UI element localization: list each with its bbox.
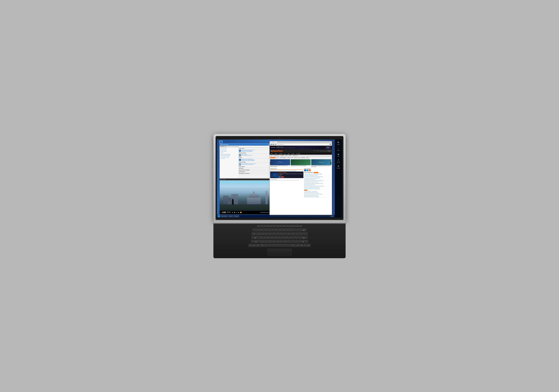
key-f[interactable]: F [270, 236, 274, 240]
player-fast-forward-button[interactable]: ⏩ [240, 212, 242, 213]
player-next-button[interactable]: ⏭ [238, 212, 240, 213]
system-name-link[interactable]: See the name of this computer · Device M… [242, 160, 255, 161]
key-j[interactable]: J [281, 236, 285, 240]
at-sub-guides[interactable]: Guides [306, 157, 309, 158]
at-carousel-next[interactable]: › [330, 162, 332, 164]
up-button[interactable]: ▲ [224, 146, 226, 147]
key-fn[interactable]: fn [249, 244, 252, 247]
start-button[interactable] [217, 215, 220, 217]
key-f2[interactable]: F2 [263, 225, 266, 228]
control-panel-titlebar[interactable]: System and Security ─ □ ✕ [220, 143, 273, 146]
key-v[interactable]: V [272, 240, 276, 244]
at-promo-newegg[interactable]: newegg [278, 177, 281, 178]
at-latest-9[interactable]: MacBook Pro Retina Display Analysis [304, 184, 331, 186]
key-esc[interactable]: esc [257, 225, 260, 228]
browser-forward-button[interactable]: ▶ [272, 144, 274, 145]
at-sub-chip[interactable]: Chip [298, 157, 300, 158]
sidebar-item-ease[interactable]: Ease of Access [220, 158, 238, 159]
at-nav-bench[interactable]: BENCH [291, 153, 295, 155]
key-f12[interactable]: F12 [296, 225, 299, 228]
charm-start[interactable]: ⊞ Start [335, 153, 341, 157]
corsair-banner[interactable]: CORSAIR Designed for control Ergonomics … [270, 146, 332, 149]
key-0[interactable]: 0 [290, 229, 293, 232]
firewall-allow-link[interactable]: Allow an app through Windows Firewall [242, 155, 252, 156]
nav-path[interactable]: Control Panel > System and Security [227, 146, 273, 147]
sidebar-item-hardware[interactable]: Hardware and Sound [220, 151, 238, 152]
key-arrow-left[interactable]: ◀ [300, 244, 303, 247]
at-sub-displays[interactable]: Displays [287, 157, 291, 158]
at-nav-galleries[interactable]: GALLERIES [295, 153, 301, 155]
key-5[interactable]: 5 [271, 229, 275, 232]
sidebar-item-system-security[interactable]: System and Security [220, 148, 238, 149]
at-sub-smartphones[interactable]: Smartphones [270, 157, 275, 158]
browser-settings-button[interactable]: ☰ [329, 144, 331, 145]
key-8[interactable]: 8 [282, 229, 286, 232]
key-caps[interactable]: caps [252, 236, 259, 240]
at-post-1[interactable]: AMD 2013 APUs To Include ARM Cortex-A5 P… [270, 170, 303, 171]
key-6[interactable]: 6 [275, 229, 278, 232]
key-2[interactable]: 2 [260, 229, 263, 232]
key-n[interactable]: N [280, 240, 283, 244]
key-space[interactable] [266, 244, 290, 247]
key-f7[interactable]: F7 [280, 225, 283, 228]
at-latest-10[interactable]: SSD and USB 3.0 Performance of the Retin… [304, 186, 331, 187]
key-slash[interactable]: / [295, 240, 298, 244]
key-backslash[interactable]: \ [302, 233, 307, 236]
key-minus[interactable]: - [294, 229, 297, 232]
key-p[interactable]: P [291, 233, 294, 236]
at-nav-news[interactable]: NEWS [287, 153, 291, 155]
at-latest-11[interactable]: More Retina Display MacBook Pro Handles … [304, 187, 331, 188]
key-f11[interactable]: F11 [293, 225, 296, 228]
charm-share[interactable]: ↑ Share [335, 147, 341, 151]
key-w[interactable]: W [261, 233, 264, 236]
at-nav-rss[interactable]: RSS [283, 153, 287, 155]
key-4[interactable]: 4 [268, 229, 271, 232]
charm-devices[interactable]: 📱 Devices [335, 159, 341, 163]
key-k[interactable]: K [285, 236, 289, 240]
at-latest-4[interactable]: Samsung Announces Full Slim - Programmab… [304, 178, 331, 179]
key-o[interactable]: O [287, 233, 290, 236]
key-d[interactable]: D [267, 236, 270, 240]
forward-button[interactable]: ▶ [222, 146, 224, 147]
key-u[interactable]: U [280, 233, 283, 236]
key-arrow-right[interactable]: ▶ [307, 244, 310, 247]
key-c[interactable]: C [269, 240, 272, 244]
taskbar-item-browser[interactable]: AnandTech [228, 215, 233, 217]
key-alt-left[interactable]: alt [256, 244, 260, 247]
key-alt-right[interactable]: alt [296, 244, 299, 247]
key-f1[interactable]: F1 [260, 225, 263, 228]
key-period[interactable]: . [291, 240, 294, 244]
key-7[interactable]: 7 [279, 229, 282, 232]
key-3[interactable]: 3 [264, 229, 267, 232]
at-latest-7[interactable]: Apply CrashPlan Cloud to Mac Pro Linux M… [304, 182, 331, 183]
at-search-input[interactable] [320, 150, 327, 152]
key-q[interactable]: Q [257, 233, 261, 236]
at-cat-gpus[interactable]: GPUs [285, 155, 288, 156]
at-latest-12[interactable]: New Discovery: Send error GF 2804 Contro… [304, 188, 331, 190]
key-ctrl[interactable]: ctrl [252, 244, 256, 247]
key-shift-right[interactable]: shift [298, 240, 308, 244]
at-nav-about[interactable]: ABOUT [274, 153, 278, 155]
key-1[interactable]: 1 [256, 229, 260, 232]
key-return[interactable]: return [300, 236, 307, 240]
at-facebook-icon[interactable]: f [304, 169, 306, 171]
at-latest-13[interactable]: U.S. Congressional FTC: "Stop Off Micros… [304, 191, 331, 192]
update-optional-link[interactable]: Install optional updates · View update h… [242, 164, 256, 165]
at-latest-6[interactable]: Double Camera Face Formatting Issue with… [304, 180, 331, 182]
sidebar-item-programs[interactable]: Programs [220, 152, 238, 154]
key-s[interactable]: S [263, 236, 266, 240]
browser-url-bar[interactable]: www.anandtech.com [277, 144, 329, 145]
key-arrow-down[interactable]: ▼ [303, 244, 307, 247]
at-carousel-prev[interactable]: ‹ [270, 162, 271, 164]
key-f5[interactable]: F5 [273, 225, 276, 228]
player-stop-button[interactable]: ⏹ [234, 212, 235, 213]
key-quote[interactable]: ' [297, 236, 300, 240]
key-shift-left[interactable]: shift [251, 240, 261, 244]
charm-settings[interactable]: ⚙ Settings [335, 165, 341, 168]
back-button[interactable]: ◀ [220, 146, 222, 147]
key-g[interactable]: G [274, 236, 278, 240]
at-featured-3[interactable]: Windows 8 Tablet Acer's Iconia W700 by B… [311, 159, 331, 167]
at-sub-misc[interactable]: Misc [291, 157, 293, 158]
at-sub-trade-shows[interactable]: Trade Shows [300, 157, 306, 158]
key-i[interactable]: I [283, 233, 287, 236]
